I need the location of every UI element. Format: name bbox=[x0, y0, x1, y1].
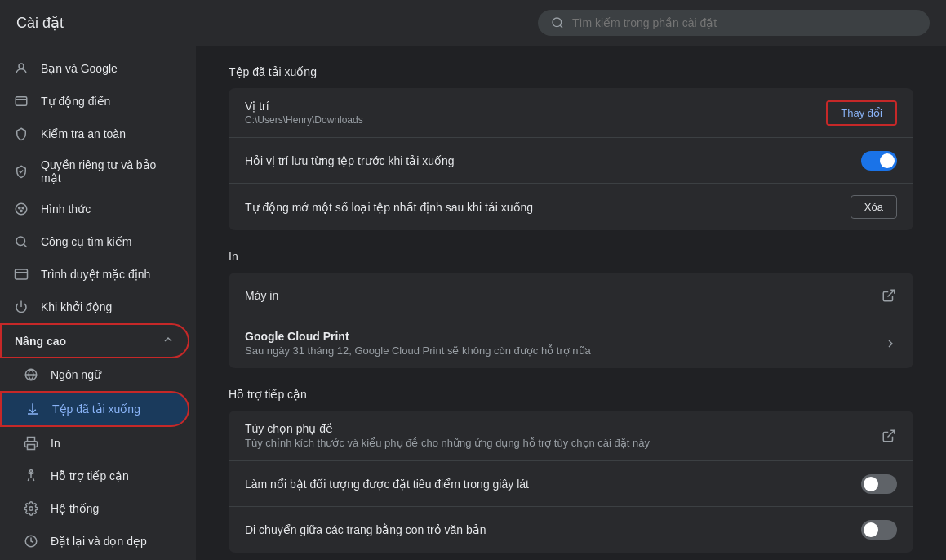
sidebar-item-label: Tự động điền bbox=[41, 95, 110, 108]
section-title-htc: Hỗ trợ tiếp cận bbox=[229, 388, 913, 401]
svg-line-10 bbox=[24, 244, 26, 247]
search-bar bbox=[538, 10, 930, 36]
toggle-hoi-vi-tri[interactable] bbox=[861, 151, 897, 171]
di-chuyen-toggle bbox=[861, 520, 897, 540]
header: Cài đặt bbox=[0, 0, 946, 46]
sidebar-item-label: Khi khởi động bbox=[41, 300, 112, 313]
sidebar-item-label: Hình thức bbox=[41, 202, 91, 216]
body: Bạn và Google Tự động điền Kiểm tra an t… bbox=[0, 46, 946, 560]
hoi-vi-tri-toggle bbox=[861, 151, 897, 171]
phu-de-sublabel: Tùy chỉnh kích thước và kiểu phụ đề cho … bbox=[245, 437, 881, 449]
sidebar-item-dat-lai-va-don-dep[interactable]: Đặt lại và dọn dẹp bbox=[0, 525, 189, 558]
sidebar-item-label: Nâng cao bbox=[15, 335, 66, 348]
thay-doi-button[interactable]: Thay đổi bbox=[826, 100, 897, 126]
may-in-label: Máy in bbox=[245, 289, 881, 302]
sidebar-item-label: Hệ thống bbox=[51, 502, 99, 515]
sidebar-item-kiem-tra-an-toan[interactable]: Kiểm tra an toàn bbox=[0, 118, 189, 150]
thay-doi-action: Thay đổi bbox=[826, 100, 897, 126]
section-in: In Máy in Google Cloud Print Sau ngày 31… bbox=[229, 250, 913, 368]
vi-tri-info: Vị trí C:\Users\Henry\Downloads bbox=[245, 100, 826, 126]
row-lam-noi-bat: Làm nổi bật đối tượng được đặt tiêu điểm… bbox=[229, 461, 913, 507]
lam-noi-bat-label: Làm nổi bật đối tượng được đặt tiêu điểm… bbox=[245, 478, 861, 491]
sidebar-item-label: Bạn và Google bbox=[41, 62, 118, 75]
person-icon bbox=[13, 60, 29, 77]
toggle-di-chuyen[interactable] bbox=[861, 520, 897, 540]
svg-point-0 bbox=[553, 18, 562, 27]
external-link-icon-2 bbox=[882, 429, 896, 443]
sidebar-item-cong-cu-tim-kiem[interactable]: Công cụ tìm kiếm bbox=[0, 225, 189, 258]
svg-point-7 bbox=[22, 207, 24, 208]
shield-icon bbox=[13, 126, 29, 142]
di-chuyen-label: Di chuyển giữa các trang bằng con trỏ vă… bbox=[245, 523, 861, 536]
vi-tri-path: C:\Users\Henry\Downloads bbox=[245, 114, 826, 126]
edit-icon bbox=[13, 93, 29, 109]
row-google-cloud-print[interactable]: Google Cloud Print Sau ngày 31 tháng 12,… bbox=[229, 318, 913, 368]
external-link-icon bbox=[882, 288, 896, 303]
svg-point-2 bbox=[19, 64, 24, 69]
sidebar-item-quyen-rieng-tu[interactable]: Quyền riêng tư và bảo mật bbox=[0, 150, 189, 193]
svg-rect-16 bbox=[28, 445, 35, 450]
sidebar: Bạn và Google Tự động điền Kiểm tra an t… bbox=[0, 46, 196, 560]
svg-line-1 bbox=[560, 25, 562, 28]
sidebar-item-ho-tro-tiep-can[interactable]: Hỗ trợ tiếp cận bbox=[0, 460, 189, 492]
sidebar-item-ban-va-google[interactable]: Bạn và Google bbox=[0, 52, 189, 85]
svg-line-21 bbox=[888, 430, 895, 437]
svg-point-5 bbox=[16, 203, 27, 215]
row-tu-dong-mo: Tự động mở một số loại tệp nhất định sau… bbox=[229, 184, 913, 230]
xoa-button[interactable]: Xóa bbox=[851, 195, 897, 219]
main-content: Tệp đã tải xuống Vị trí C:\Users\Henry\D… bbox=[196, 46, 946, 560]
page-title: Cài đặt bbox=[16, 14, 64, 32]
cloud-print-label: Google Cloud Print bbox=[245, 330, 884, 343]
print-icon bbox=[23, 435, 39, 451]
hoi-vi-tri-label: Hỏi vị trí lưu từng tệp trước khi tải xu… bbox=[245, 154, 861, 167]
section-header-left: Nâng cao bbox=[15, 335, 66, 348]
sidebar-section-nang-cao[interactable]: Nâng cao bbox=[0, 323, 189, 358]
chevron-right-icon bbox=[884, 337, 897, 350]
toggle-knob bbox=[880, 153, 895, 168]
phu-de-ext-icon bbox=[881, 428, 897, 444]
svg-rect-3 bbox=[16, 97, 27, 106]
lam-noi-bat-toggle bbox=[861, 474, 897, 494]
svg-point-17 bbox=[30, 470, 33, 473]
svg-point-8 bbox=[20, 210, 22, 211]
row-tuy-chon-phu-de[interactable]: Tùy chọn phụ đề Tùy chỉnh kích thước và … bbox=[229, 411, 913, 461]
globe-icon bbox=[23, 367, 39, 383]
browser-icon bbox=[13, 266, 29, 282]
power-icon bbox=[13, 299, 29, 315]
sidebar-item-hinh-thuc[interactable]: Hình thức bbox=[0, 193, 189, 225]
shield-check-icon bbox=[13, 163, 29, 180]
sidebar-item-in[interactable]: In bbox=[0, 427, 189, 460]
sidebar-item-he-thong[interactable]: Hệ thống bbox=[0, 492, 189, 525]
sidebar-item-khi-khoi-dong[interactable]: Khi khởi động bbox=[0, 291, 189, 323]
row-di-chuyen: Di chuyển giữa các trang bằng con trỏ vă… bbox=[229, 507, 913, 553]
search-icon bbox=[551, 16, 564, 29]
sidebar-item-tep-da-tai-xuong[interactable]: Tệp đã tải xuống bbox=[0, 391, 189, 427]
search-input[interactable] bbox=[572, 16, 917, 29]
card-tep-da-tai-xuong: Vị trí C:\Users\Henry\Downloads Thay đổi… bbox=[229, 88, 913, 230]
section-ho-tro-tiep-can: Hỗ trợ tiếp cận Tùy chọn phụ đề Tùy chỉn… bbox=[229, 388, 913, 553]
sidebar-item-label: Ngôn ngữ bbox=[51, 368, 101, 381]
sidebar-item-label: Tệp đã tải xuống bbox=[52, 402, 140, 416]
tu-dong-mo-label: Tự động mở một số loại tệp nhất định sau… bbox=[245, 201, 851, 214]
search-icon bbox=[13, 233, 29, 250]
clock-icon bbox=[23, 533, 39, 549]
accessibility-icon bbox=[23, 468, 39, 484]
sidebar-item-trinh-duyet-mac-dinh[interactable]: Trình duyệt mặc định bbox=[0, 258, 189, 291]
svg-rect-11 bbox=[16, 269, 28, 279]
svg-point-6 bbox=[19, 207, 20, 208]
card-in: Máy in Google Cloud Print Sau ngày 31 th… bbox=[229, 273, 913, 368]
sidebar-item-label: Đặt lại và dọn dẹp bbox=[51, 535, 147, 548]
sidebar-item-ngon-ngu[interactable]: Ngôn ngữ bbox=[0, 358, 189, 391]
may-in-ext-icon bbox=[881, 287, 897, 304]
svg-point-9 bbox=[16, 237, 25, 246]
sidebar-item-tu-dong-dien[interactable]: Tự động điền bbox=[0, 85, 189, 118]
xoa-action: Xóa bbox=[851, 195, 897, 219]
settings-icon bbox=[23, 500, 39, 517]
card-htc: Tùy chọn phụ đề Tùy chỉnh kích thước và … bbox=[229, 411, 913, 553]
row-vi-tri: Vị trí C:\Users\Henry\Downloads Thay đổi bbox=[229, 88, 913, 138]
row-hoi-vi-tri: Hỏi vị trí lưu từng tệp trước khi tải xu… bbox=[229, 138, 913, 184]
toggle-lam-noi-bat[interactable] bbox=[861, 474, 897, 494]
sidebar-item-label: In bbox=[51, 437, 60, 450]
sidebar-item-label: Công cụ tìm kiếm bbox=[41, 235, 131, 248]
row-may-in[interactable]: Máy in bbox=[229, 273, 913, 318]
